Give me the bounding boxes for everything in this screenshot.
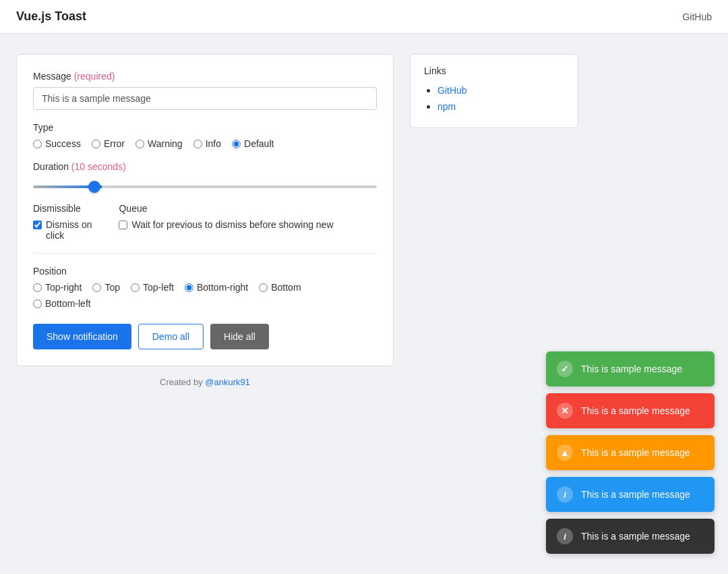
toast-success-icon: ✓ <box>557 361 573 377</box>
toasts-container: ✓ This is sample message ✕ This is a sam… <box>546 351 715 554</box>
hide-all-button[interactable]: Hide all <box>210 324 269 349</box>
pos-top[interactable]: Top <box>92 282 120 293</box>
link-item-npm: npm <box>437 101 564 113</box>
show-notification-button[interactable]: Show notification <box>33 324 131 349</box>
pos-bottom-right[interactable]: Bottom-right <box>185 282 248 293</box>
type-info[interactable]: Info <box>193 138 221 149</box>
duration-slider[interactable] <box>33 185 377 188</box>
dismissible-queue-row: Dismissible Dismiss onclick Queue Wait f… <box>33 203 377 241</box>
links-title: Links <box>424 65 564 76</box>
toast-warning-text: This is a sample message <box>581 447 704 458</box>
slider-container <box>33 179 377 191</box>
type-section: Type Success Error Warning Info <box>33 122 377 149</box>
dismissible-title: Dismissible <box>33 203 92 214</box>
message-input[interactable] <box>33 87 377 110</box>
divider <box>33 253 377 254</box>
toast-default-icon: i <box>557 528 573 544</box>
pos-top-left[interactable]: Top-left <box>131 282 174 293</box>
dismiss-checkbox[interactable] <box>33 221 42 229</box>
demo-all-button[interactable]: Demo all <box>138 324 204 349</box>
queue-checkbox-text: Wait for previous to dismiss before show… <box>131 219 333 230</box>
toast-info-icon: i <box>557 486 573 503</box>
header-github-link[interactable]: GitHub <box>682 11 712 22</box>
position-label: Position <box>33 266 377 277</box>
type-error[interactable]: Error <box>92 138 125 149</box>
position-row-2: Bottom-left <box>33 298 377 309</box>
toast-success-text: This is sample message <box>581 364 704 374</box>
npm-link[interactable]: npm <box>437 101 456 112</box>
form-card: Message (required) Type Success Error Wa… <box>16 54 394 366</box>
dismiss-checkbox-text: Dismiss onclick <box>46 219 92 241</box>
toast-default[interactable]: i This is a sample message <box>546 519 715 554</box>
left-panel: Message (required) Type Success Error Wa… <box>16 54 394 387</box>
toast-default-text: This is a sample message <box>581 531 704 542</box>
pos-top-right[interactable]: Top-right <box>33 282 82 293</box>
duration-label: Duration (10 seconds) <box>33 161 377 172</box>
type-radio-group: Success Error Warning Info Default <box>33 138 377 149</box>
github-link[interactable]: GitHub <box>437 85 467 96</box>
required-label: (required) <box>74 71 115 82</box>
duration-section: Duration (10 seconds) <box>33 161 377 191</box>
position-section: Position Top-right Top Top-left Bottom-r… <box>33 266 377 309</box>
toast-warning[interactable]: ▲ This is a sample message <box>546 435 715 470</box>
toast-warning-icon: ▲ <box>557 444 573 461</box>
type-default[interactable]: Default <box>232 138 274 149</box>
toast-error-icon: ✕ <box>557 403 573 419</box>
link-item-github: GitHub <box>437 84 564 96</box>
created-by: Created by @ankurk91 <box>16 377 394 387</box>
queue-title: Queue <box>119 203 333 214</box>
position-row-1: Top-right Top Top-left Bottom-right Bott… <box>33 282 377 293</box>
links-list: GitHub npm <box>424 84 564 113</box>
dismissible-section: Dismissible Dismiss onclick <box>33 203 92 241</box>
right-panel: Links GitHub npm <box>410 54 712 387</box>
toast-success[interactable]: ✓ This is sample message <box>546 351 715 386</box>
app-title: Vue.js Toast <box>16 9 86 24</box>
links-card: Links GitHub npm <box>410 54 578 128</box>
type-label: Type <box>33 122 377 133</box>
creator-link[interactable]: @ankurk91 <box>205 377 250 387</box>
toast-info[interactable]: i This is a sample message <box>546 477 715 512</box>
toast-error[interactable]: ✕ This is a sample message <box>546 393 715 428</box>
type-warning[interactable]: Warning <box>135 138 183 149</box>
message-label: Message (required) <box>33 71 377 82</box>
header: Vue.js Toast GitHub <box>0 0 728 34</box>
dismiss-checkbox-label[interactable]: Dismiss onclick <box>33 219 92 241</box>
toast-info-text: This is a sample message <box>581 489 704 500</box>
button-group: Show notification Demo all Hide all <box>33 324 377 349</box>
duration-value: (10 seconds) <box>71 161 126 172</box>
pos-bottom-left[interactable]: Bottom-left <box>33 298 91 309</box>
queue-section: Queue Wait for previous to dismiss befor… <box>119 203 333 241</box>
pos-bottom[interactable]: Bottom <box>259 282 301 293</box>
toast-error-text: This is a sample message <box>581 405 704 416</box>
queue-checkbox[interactable] <box>119 221 127 229</box>
type-success[interactable]: Success <box>33 138 81 149</box>
queue-checkbox-label[interactable]: Wait for previous to dismiss before show… <box>119 219 333 230</box>
